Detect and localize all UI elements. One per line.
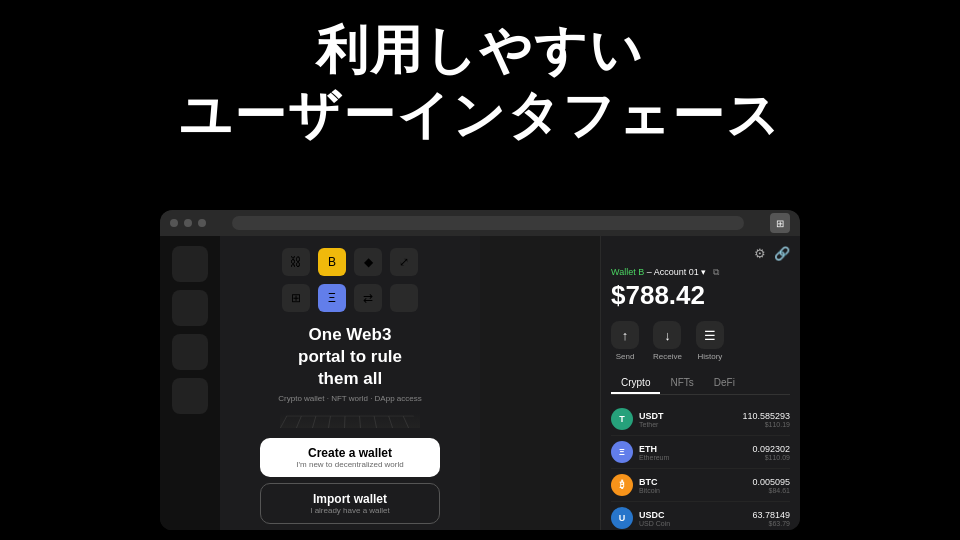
tab-crypto[interactable]: Crypto — [611, 373, 660, 394]
token-item-usdc[interactable]: U USDC USD Coin 63.78149 $63.79 — [611, 502, 790, 530]
portal-subtitle: Crypto wallet · NFT world · DApp access — [278, 394, 421, 403]
receive-icon: ↓ — [653, 321, 681, 349]
import-wallet-label: Import wallet — [273, 492, 427, 506]
sidebar-item-4[interactable] — [172, 378, 208, 414]
chain-icon-3: ◆ — [354, 248, 382, 276]
browser-bar: ⊞ — [160, 210, 800, 236]
token-amounts: 0.092302 $110.09 — [752, 444, 790, 461]
portal-title: One Web3portal to rulethem all — [298, 324, 402, 390]
receive-label: Receive — [653, 352, 682, 361]
token-usd: $84.61 — [752, 487, 790, 494]
token-item-btc[interactable]: ₿ BTC Bitcoin 0.005095 $84.61 — [611, 469, 790, 502]
chain-icon-eth: Ξ — [318, 284, 346, 312]
chain-icon-transfer: ⇄ — [354, 284, 382, 312]
token-network: Bitcoin — [639, 487, 752, 494]
token-usd: $110.09 — [752, 454, 790, 461]
token-amount: 0.005095 — [752, 477, 790, 487]
create-wallet-button[interactable]: Create a wallet I'm new to decentralized… — [260, 438, 440, 477]
token-usd: $110.19 — [742, 421, 790, 428]
onboarding-panel: ⛓ B ◆ ⤢ ⊞ Ξ ⇄ One Web3portal to rulethem… — [220, 236, 480, 530]
grid-visual — [280, 413, 420, 428]
hero-title: 利用しやすい ユーザーインタフェース — [0, 18, 960, 148]
app-window: ⊞ ⛓ B ◆ ⤢ ⊞ Ξ ⇄ One Web3portal to ruleth… — [160, 210, 800, 530]
token-item-usdt[interactable]: T USDT Tether 110.585293 $110.19 — [611, 403, 790, 436]
import-wallet-sublabel: I already have a wallet — [273, 506, 427, 515]
history-icon: ☰ — [696, 321, 724, 349]
create-wallet-label: Create a wallet — [272, 446, 428, 460]
send-label: Send — [616, 352, 635, 361]
token-usd: $63.79 — [752, 520, 790, 527]
token-list: T USDT Tether 110.585293 $110.19 Ξ ETH E… — [611, 403, 790, 530]
wallet-balance: $788.42 — [611, 280, 790, 311]
token-network: Ethereum — [639, 454, 752, 461]
chain-icon-grid: ⛓ B ◆ ⤢ ⊞ Ξ ⇄ — [282, 248, 418, 312]
token-icon-usdc: U — [611, 507, 633, 529]
chain-icon-8 — [390, 284, 418, 312]
action-row: ↑ Send ↓ Receive ☰ History — [611, 321, 790, 361]
token-symbol: USDT — [639, 411, 742, 421]
tab-nfts[interactable]: NFTs — [660, 373, 703, 394]
expand-icon[interactable]: ⊞ — [770, 213, 790, 233]
token-amounts: 0.005095 $84.61 — [752, 477, 790, 494]
token-amount: 0.092302 — [752, 444, 790, 454]
address-bar[interactable] — [232, 216, 744, 230]
chain-icon-4: ⤢ — [390, 248, 418, 276]
token-amount: 110.585293 — [742, 411, 790, 421]
wallet-name: Wallet B — [611, 267, 644, 277]
token-amounts: 63.78149 $63.79 — [752, 510, 790, 527]
token-network: Tether — [639, 421, 742, 428]
send-action[interactable]: ↑ Send — [611, 321, 639, 361]
token-symbol: BTC — [639, 477, 752, 487]
sidebar-item-2[interactable] — [172, 290, 208, 326]
asset-tabs: Crypto NFTs DeFi — [611, 373, 790, 395]
token-info-usdt: USDT Tether — [639, 411, 742, 428]
account-name: – Account 01 ▾ — [647, 267, 707, 277]
token-network: USD Coin — [639, 520, 752, 527]
token-item-eth[interactable]: Ξ ETH Ethereum 0.092302 $110.09 — [611, 436, 790, 469]
sidebar-item-1[interactable] — [172, 246, 208, 282]
wallet-header-icons: ⚙ 🔗 — [611, 246, 790, 261]
browser-btn-3 — [198, 219, 206, 227]
receive-action[interactable]: ↓ Receive — [653, 321, 682, 361]
token-icon-eth: Ξ — [611, 441, 633, 463]
chain-icon-link: ⛓ — [282, 248, 310, 276]
token-icon-usdt: T — [611, 408, 633, 430]
import-wallet-button[interactable]: Import wallet I already have a wallet — [260, 483, 440, 524]
browser-btn-2 — [184, 219, 192, 227]
create-wallet-sublabel: I'm new to decentralized world — [272, 460, 428, 469]
sidebar — [160, 236, 220, 530]
token-amount: 63.78149 — [752, 510, 790, 520]
token-symbol: USDC — [639, 510, 752, 520]
chain-icon-grid-expand: ⊞ — [282, 284, 310, 312]
history-action[interactable]: ☰ History — [696, 321, 724, 361]
settings-icon[interactable]: ⚙ — [754, 246, 766, 261]
token-info-usdc: USDC USD Coin — [639, 510, 752, 527]
sidebar-item-3[interactable] — [172, 334, 208, 370]
token-icon-btc: ₿ — [611, 474, 633, 496]
token-symbol: ETH — [639, 444, 752, 454]
hero-line2: ユーザーインタフェース — [0, 83, 960, 148]
browser-btn-1 — [170, 219, 178, 227]
link-icon[interactable]: 🔗 — [774, 246, 790, 261]
tab-defi[interactable]: DeFi — [704, 373, 745, 394]
token-info-btc: BTC Bitcoin — [639, 477, 752, 494]
token-amounts: 110.585293 $110.19 — [742, 411, 790, 428]
wallet-detail-panel: ⚙ 🔗 Wallet B – Account 01 ▾ ⧉ $788.42 ↑ … — [600, 236, 800, 530]
wallet-label: Wallet B – Account 01 ▾ ⧉ — [611, 267, 790, 278]
hero-line1: 利用しやすい — [0, 18, 960, 83]
token-info-eth: ETH Ethereum — [639, 444, 752, 461]
copy-icon[interactable]: ⧉ — [713, 267, 719, 277]
chain-icon-bnb: B — [318, 248, 346, 276]
history-label: History — [697, 352, 722, 361]
send-icon: ↑ — [611, 321, 639, 349]
